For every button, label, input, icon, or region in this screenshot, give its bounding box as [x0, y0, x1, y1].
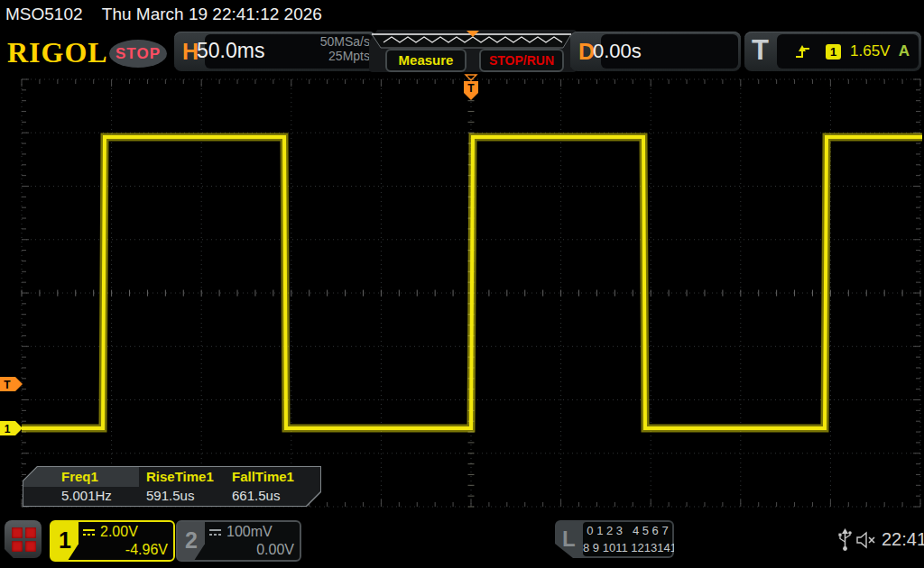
memory-position-bar[interactable]	[371, 31, 572, 49]
delay-value: 0.00s	[593, 40, 642, 63]
menu-square-icon	[25, 541, 36, 552]
logic-channels: 0 1 2 3 4 5 6 7 8 9 1011 12131415	[583, 522, 672, 556]
trigger-mode: A	[899, 42, 910, 60]
measurement-value: 661.5us	[232, 488, 280, 503]
memory-depth: 25Mpts	[320, 49, 370, 63]
trigger-settings-box[interactable]: T 1 1.65V A	[744, 32, 921, 71]
menu-square-icon	[12, 527, 23, 538]
measurement-label[interactable]: Freq1	[61, 469, 98, 484]
measurement-label[interactable]: FallTime1	[232, 469, 294, 484]
top-status-bar: MSO5102 Thu March 19 22:41:12 2026	[0, 0, 924, 29]
oscilloscope-screen: MSO5102 Thu March 19 22:41:12 2026 RIGOL…	[0, 0, 924, 568]
dc-coupling-icon	[82, 527, 96, 537]
clock: 22:41	[882, 529, 924, 550]
channel1-waveform[interactable]	[0, 74, 924, 510]
trigger-content: 1 1.65V A	[777, 34, 919, 69]
memory-waveform-icon	[371, 31, 572, 49]
channel1-offset: -4.96V	[125, 542, 168, 558]
menu-square-icon	[25, 527, 36, 538]
trigger-level-value: 1.65V	[850, 42, 890, 60]
measurement-value: 591.5us	[146, 488, 194, 503]
t-label: T	[752, 34, 769, 67]
model-name: MSO5102	[5, 5, 83, 24]
waveform-display: T T 1	[0, 74, 924, 510]
channel2-offset: 0.00V	[256, 542, 294, 558]
menu-grid-button[interactable]	[5, 520, 42, 558]
channel2-values: 100mV 0.00V	[208, 522, 294, 560]
measure-button[interactable]: Measure	[385, 49, 467, 72]
speaker-muted-icon	[855, 531, 879, 549]
channel2-status-box[interactable]: 2 100mV 0.00V	[176, 520, 301, 562]
channel1-tab: 1	[51, 522, 79, 560]
usb-icon	[837, 528, 853, 552]
rising-edge-icon	[795, 44, 811, 60]
rigol-logo: RIGOL	[7, 36, 108, 69]
logic-label: L	[562, 527, 576, 552]
measurement-value: 5.001Hz	[61, 488, 112, 503]
menu-square-icon	[12, 541, 23, 552]
channel1-status-box[interactable]: 1 2.00V -4.96V	[50, 520, 175, 562]
run-state-badge[interactable]: STOP	[109, 40, 167, 68]
trigger-source-badge: 1	[826, 44, 841, 60]
channel2-tab: 2	[178, 522, 205, 560]
measurement-label[interactable]: RiseTime1	[146, 469, 214, 484]
dc-coupling-icon	[208, 527, 222, 537]
acquisition-info: 50MSa/s 25Mpts	[320, 34, 370, 63]
sample-rate: 50MSa/s	[320, 34, 370, 49]
stop-run-button[interactable]: STOP/RUN	[479, 49, 564, 72]
logic-row-2: 8 9 1011 12131415	[583, 539, 672, 556]
horizontal-settings-box[interactable]: H 50.0ms 50MSa/s 25Mpts	[174, 32, 376, 71]
measurement-panel[interactable]: Freq1 RiseTime1 FallTime1 5.001Hz 591.5u…	[23, 466, 321, 507]
logic-row-1: 0 1 2 3 4 5 6 7	[583, 522, 672, 539]
timebase-value: 50.0ms	[197, 39, 264, 63]
logic-analyzer-box[interactable]: L 0 1 2 3 4 5 6 7 8 9 1011 12131415	[555, 520, 674, 558]
delay-settings-box[interactable]: D 0.00s	[570, 32, 741, 71]
channel2-scale: 100mV	[226, 524, 273, 540]
date-time: Thu March 19 22:41:12 2026	[102, 5, 322, 24]
channel1-scale: 2.00V	[100, 524, 138, 540]
channel1-values: 2.00V -4.96V	[82, 522, 168, 560]
